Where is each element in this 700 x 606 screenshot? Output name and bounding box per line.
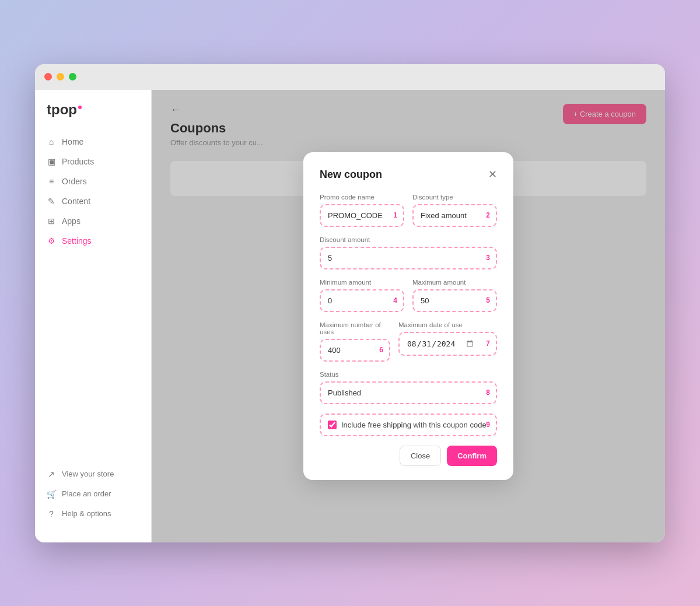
field-number-2: 2 <box>486 211 490 219</box>
browser-content: tpop ⌂ Home ▣ Products ≡ Orders ✎ <box>35 90 665 542</box>
field-number-1: 1 <box>393 211 397 219</box>
form-row-2: Discount amount 3 <box>320 236 497 269</box>
sidebar-item-products-label: Products <box>62 157 94 166</box>
form-row-1: Promo code name 1 Discount type Fixed am… <box>320 194 497 227</box>
sidebar-item-home-label: Home <box>62 137 83 146</box>
field-number-4: 4 <box>393 296 397 304</box>
modal-close-button[interactable]: ✕ <box>488 169 497 180</box>
free-shipping-row: Include free shipping with this coupon c… <box>320 414 497 436</box>
home-icon: ⌂ <box>47 137 56 146</box>
sidebar-item-help[interactable]: ? Help & options <box>35 504 151 524</box>
logo-text: tpop <box>47 101 77 118</box>
products-icon: ▣ <box>47 157 56 166</box>
sidebar-item-home[interactable]: ⌂ Home <box>35 132 151 152</box>
help-icon: ? <box>47 509 56 519</box>
logo-dot <box>78 106 82 109</box>
sidebar-item-products[interactable]: ▣ Products <box>35 152 151 171</box>
minimum-amount-input-wrapper: 4 <box>320 289 404 312</box>
max-date-label: Maximum date of use <box>398 321 497 328</box>
discount-amount-input-wrapper: 3 <box>320 247 497 269</box>
external-link-icon: ↗ <box>47 470 56 479</box>
free-shipping-label: Include free shipping with this coupon c… <box>341 421 487 429</box>
promo-code-label: Promo code name <box>320 194 404 201</box>
discount-amount-label: Discount amount <box>320 236 497 243</box>
modal-footer: Close Confirm <box>320 446 497 466</box>
content-icon: ✎ <box>47 197 56 206</box>
field-number-6: 6 <box>379 346 383 354</box>
status-label: Status <box>320 371 497 378</box>
max-date-group: Maximum date of use 7 <box>398 321 497 362</box>
sidebar: tpop ⌂ Home ▣ Products ≡ Orders ✎ <box>35 90 152 542</box>
discount-type-group: Discount type Fixed amount Percentage 2 <box>412 194 497 227</box>
form-row-5: Status Published Draft 8 <box>320 371 497 404</box>
free-shipping-checkbox[interactable] <box>328 421 337 429</box>
form-row-3: Minimum amount 4 Maximum amount 5 <box>320 279 497 312</box>
status-group: Status Published Draft 8 <box>320 371 497 404</box>
maximum-amount-input-wrapper: 5 <box>412 289 497 312</box>
field-number-8: 8 <box>486 388 490 397</box>
traffic-light-green[interactable] <box>69 73 76 80</box>
main-content: ← Coupons Offer discounts to your cu... … <box>152 90 665 542</box>
promo-code-group: Promo code name 1 <box>320 194 404 227</box>
sidebar-item-content-label: Content <box>62 197 90 206</box>
max-date-input-wrapper: 7 <box>398 332 497 356</box>
sidebar-place-order-label: Place an order <box>62 489 111 498</box>
minimum-amount-group: Minimum amount 4 <box>320 279 404 312</box>
field-number-9: 9 <box>486 421 490 429</box>
max-uses-group: Maximum number of uses 6 <box>320 321 390 362</box>
sidebar-item-apps-label: Apps <box>62 216 80 226</box>
status-select[interactable]: Published Draft <box>321 383 496 403</box>
promo-code-input[interactable] <box>321 205 403 226</box>
discount-type-input-wrapper: Fixed amount Percentage 2 <box>412 204 497 227</box>
traffic-light-red[interactable] <box>44 73 52 80</box>
sidebar-bottom: ↗ View your store 🛒 Place an order ? Hel… <box>35 457 151 531</box>
sidebar-item-settings[interactable]: ⚙ Settings <box>35 231 151 251</box>
settings-icon: ⚙ <box>47 236 56 246</box>
cart-icon: 🛒 <box>47 489 56 499</box>
maximum-amount-group: Maximum amount 5 <box>412 279 497 312</box>
close-button[interactable]: Close <box>400 446 441 466</box>
minimum-amount-label: Minimum amount <box>320 279 404 286</box>
orders-icon: ≡ <box>47 177 56 186</box>
sidebar-item-orders-label: Orders <box>62 177 87 186</box>
modal-overlay: New coupon ✕ Promo code name 1 <box>152 90 665 542</box>
discount-amount-group: Discount amount 3 <box>320 236 497 269</box>
browser-titlebar <box>35 64 665 90</box>
app-logo: tpop <box>35 101 151 132</box>
sidebar-item-content[interactable]: ✎ Content <box>35 191 151 211</box>
sidebar-view-store-label: View your store <box>62 470 114 478</box>
discount-type-label: Discount type <box>412 194 497 201</box>
discount-type-select[interactable]: Fixed amount Percentage <box>414 205 496 226</box>
sidebar-item-place-order[interactable]: 🛒 Place an order <box>35 484 151 504</box>
sidebar-item-apps[interactable]: ⊞ Apps <box>35 211 151 231</box>
sidebar-item-view-store[interactable]: ↗ View your store <box>35 464 151 484</box>
sidebar-item-orders[interactable]: ≡ Orders <box>35 171 151 191</box>
traffic-light-yellow[interactable] <box>57 73 64 80</box>
field-number-5: 5 <box>486 296 490 304</box>
confirm-button[interactable]: Confirm <box>447 446 497 466</box>
modal-title: New coupon <box>320 169 382 181</box>
new-coupon-modal: New coupon ✕ Promo code name 1 <box>303 152 513 480</box>
max-uses-label: Maximum number of uses <box>320 321 390 335</box>
max-uses-input-wrapper: 6 <box>320 339 390 362</box>
promo-code-input-wrapper: 1 <box>320 204 404 227</box>
maximum-amount-label: Maximum amount <box>412 279 497 286</box>
field-number-3: 3 <box>486 254 490 262</box>
field-number-7: 7 <box>486 339 490 348</box>
max-date-input[interactable] <box>400 333 496 355</box>
sidebar-item-settings-label: Settings <box>62 236 92 246</box>
modal-header: New coupon ✕ <box>320 169 497 181</box>
apps-icon: ⊞ <box>47 216 56 226</box>
sidebar-nav: ⌂ Home ▣ Products ≡ Orders ✎ Content ⊞ <box>35 132 151 457</box>
form-row-4: Maximum number of uses 6 Maximum date of… <box>320 321 497 362</box>
discount-amount-input[interactable] <box>321 248 496 268</box>
browser-window: tpop ⌂ Home ▣ Products ≡ Orders ✎ <box>35 64 665 542</box>
minimum-amount-input[interactable] <box>321 290 403 311</box>
status-input-wrapper: Published Draft 8 <box>320 381 497 404</box>
maximum-amount-input[interactable] <box>414 290 496 311</box>
sidebar-help-label: Help & options <box>62 509 111 518</box>
